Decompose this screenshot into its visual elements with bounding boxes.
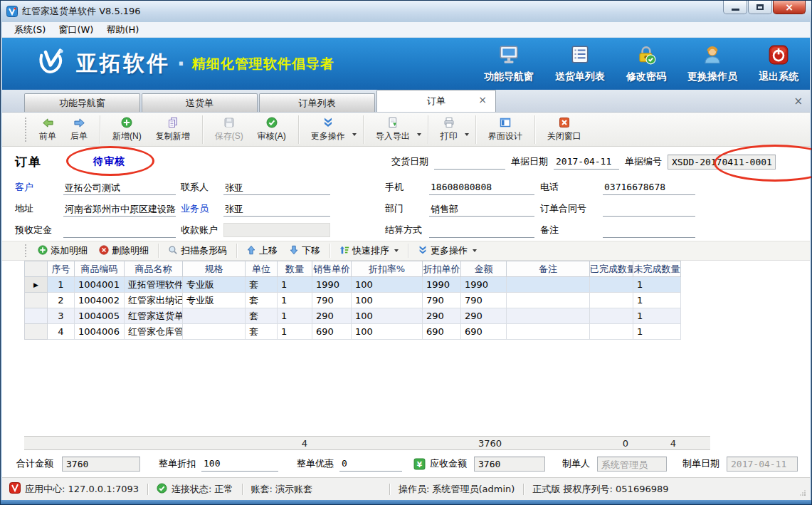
- save-button[interactable]: 保存(S): [208, 113, 251, 146]
- cell[interactable]: [507, 293, 590, 308]
- customer-label[interactable]: 客户: [15, 181, 63, 194]
- cell[interactable]: 专业版: [183, 277, 246, 293]
- cell[interactable]: 1990: [423, 277, 461, 293]
- settlement-field[interactable]: [429, 222, 534, 238]
- col-qty[interactable]: 数量: [278, 261, 312, 277]
- tab-nav-window[interactable]: 功能导航窗: [24, 93, 140, 112]
- mobile-field[interactable]: 18608080808: [429, 179, 534, 195]
- detail-toolbar-grip[interactable]: [25, 244, 26, 257]
- cell[interactable]: [507, 324, 590, 340]
- col-spec[interactable]: 规格: [183, 261, 246, 277]
- cell[interactable]: 290: [423, 308, 461, 324]
- cell[interactable]: 红管家送货单软件: [125, 308, 183, 324]
- maximize-button[interactable]: [748, 1, 772, 14]
- salesman-label[interactable]: 业务员: [181, 202, 223, 215]
- prev-doc-button[interactable]: 前单: [32, 113, 63, 146]
- change-password-button[interactable]: 修改密码: [626, 44, 666, 83]
- cell[interactable]: 套: [246, 308, 278, 324]
- import-export-button[interactable]: 导入导出: [369, 113, 417, 146]
- menu-help[interactable]: 帮助(H): [100, 23, 145, 37]
- cell[interactable]: 790: [461, 293, 507, 308]
- col-discount-price[interactable]: 折扣单价: [423, 261, 461, 277]
- col-remark[interactable]: 备注: [507, 261, 590, 277]
- cell[interactable]: 1004001: [75, 277, 125, 293]
- cell[interactable]: 红管家出纳记账软件: [125, 293, 183, 308]
- new-button[interactable]: 新增(N): [105, 113, 149, 146]
- nav-window-button[interactable]: 功能导航窗: [484, 44, 534, 83]
- tab-delivery[interactable]: 送货单: [142, 93, 258, 112]
- table-row[interactable]: 21004002红管家出纳记账软件专业版套17901007907901: [25, 293, 681, 308]
- table-row[interactable]: 31004005红管家送货单软件套12901002902901: [25, 308, 681, 324]
- contact-field[interactable]: 张亚: [223, 179, 330, 195]
- cell[interactable]: [183, 308, 246, 324]
- cell[interactable]: 套: [246, 324, 278, 340]
- col-seq[interactable]: 序号: [48, 261, 75, 277]
- tab-order[interactable]: 订单 ×: [376, 90, 496, 112]
- cell[interactable]: 1004002: [75, 293, 125, 308]
- department-field[interactable]: 销售部: [429, 201, 534, 217]
- phone-field[interactable]: 03716678678: [603, 179, 695, 195]
- cell[interactable]: 套: [246, 293, 278, 308]
- next-doc-button[interactable]: 后单: [63, 113, 95, 146]
- cell[interactable]: 1990: [312, 277, 352, 293]
- toolbar-grip[interactable]: [25, 118, 26, 142]
- table-row[interactable]: ▶11004001亚拓管理软件专业版套11990100199019901: [25, 277, 681, 293]
- col-undone-qty[interactable]: 未完成数量: [633, 261, 681, 277]
- cell[interactable]: 1: [278, 308, 312, 324]
- row-selector[interactable]: ▶: [25, 277, 48, 293]
- cell[interactable]: [183, 324, 246, 340]
- cell[interactable]: [590, 293, 633, 308]
- cell[interactable]: 1004005: [75, 308, 125, 324]
- cell[interactable]: [590, 308, 633, 324]
- remark-field[interactable]: [603, 222, 695, 238]
- row-selector[interactable]: [25, 293, 48, 308]
- salesman-field[interactable]: 张亚: [223, 201, 330, 217]
- cell[interactable]: [590, 324, 633, 340]
- copy-new-button[interactable]: 复制新增: [149, 113, 197, 146]
- cell[interactable]: 1: [278, 277, 312, 293]
- cell[interactable]: 亚拓管理软件: [125, 277, 183, 293]
- menu-system[interactable]: 系统(S): [8, 23, 52, 37]
- row-selector[interactable]: [25, 308, 48, 324]
- exit-system-button[interactable]: 退出系统: [759, 44, 798, 83]
- row-selector[interactable]: [25, 324, 48, 340]
- close-window-button[interactable]: 关闭窗口: [540, 113, 589, 146]
- col-price[interactable]: 销售单价: [312, 261, 352, 277]
- cell[interactable]: 2: [48, 293, 75, 308]
- customer-field[interactable]: 亚拓公司测试: [63, 179, 176, 195]
- cell[interactable]: 1: [278, 293, 312, 308]
- cell[interactable]: 290: [312, 308, 352, 324]
- cell[interactable]: 1: [633, 293, 681, 308]
- dropdown-caret-icon[interactable]: [352, 133, 357, 136]
- table-row[interactable]: 41004006红管家仓库管理软件套16901006906901: [25, 324, 681, 340]
- cell[interactable]: 1: [633, 277, 681, 293]
- cell[interactable]: 套: [246, 277, 278, 293]
- cell[interactable]: 790: [312, 293, 352, 308]
- move-up-button[interactable]: 上移: [241, 243, 283, 259]
- cell[interactable]: 290: [461, 308, 507, 324]
- doc-date-field[interactable]: 2017-04-11: [554, 154, 619, 170]
- close-button[interactable]: ×: [773, 1, 806, 14]
- more-operations-button[interactable]: 更多操作: [304, 113, 352, 146]
- dropdown-caret-icon[interactable]: [465, 133, 469, 136]
- col-product-code[interactable]: 商品编码: [75, 261, 125, 277]
- cell[interactable]: 100: [352, 277, 423, 293]
- audit-button[interactable]: 审核(A): [251, 113, 293, 146]
- col-amount[interactable]: 金额: [461, 261, 507, 277]
- ui-design-button[interactable]: 界面设计: [481, 113, 529, 146]
- scan-barcode-button[interactable]: 扫描条形码: [162, 243, 233, 259]
- delivery-date-field[interactable]: [434, 154, 505, 170]
- cell[interactable]: 4: [48, 324, 75, 340]
- menu-window[interactable]: 窗口(W): [52, 23, 100, 37]
- discount-field[interactable]: 100: [201, 456, 278, 472]
- cell[interactable]: 790: [423, 293, 461, 308]
- cell[interactable]: 红管家仓库管理软件: [125, 324, 183, 340]
- tabstrip-close-icon[interactable]: ×: [793, 96, 803, 106]
- cell[interactable]: 1: [48, 277, 75, 293]
- contract-no-field[interactable]: [603, 201, 695, 217]
- add-detail-button[interactable]: 添加明细: [32, 243, 93, 259]
- col-done-qty[interactable]: 已完成数量: [590, 261, 633, 277]
- cell[interactable]: 100: [352, 293, 423, 308]
- resize-grip[interactable]: [804, 494, 806, 496]
- print-button[interactable]: 打印: [433, 113, 465, 146]
